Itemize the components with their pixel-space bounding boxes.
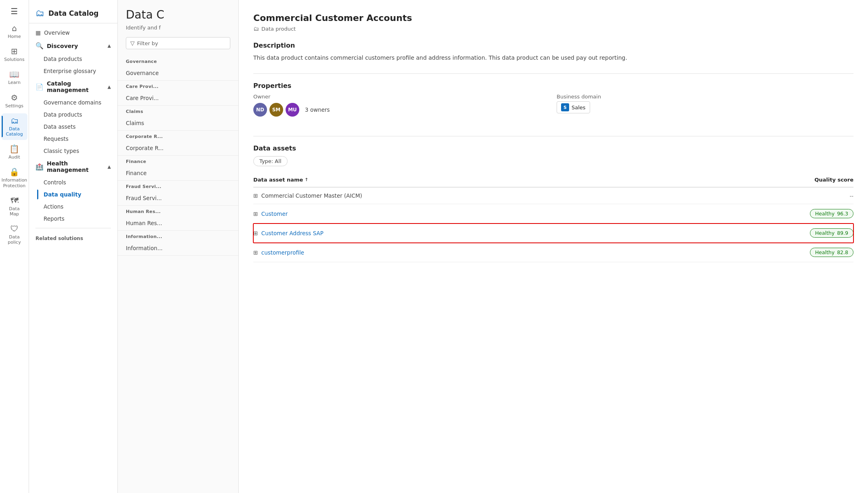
classic-types-label: Classic types — [44, 148, 79, 154]
list-item-care[interactable]: Care Provi... — [118, 91, 238, 106]
audit-icon: 📋 — [9, 145, 19, 153]
detail-title: Commercial Customer Accounts — [253, 13, 853, 23]
business-domain-label: Business domain — [557, 94, 853, 100]
asset-row-customer[interactable]: ⊞ Customer Healthy 96.3 — [253, 204, 853, 224]
discovery-sub: Data products Enterprise glossary — [29, 53, 117, 77]
filter-icon: ▽ — [130, 40, 135, 46]
nav-learn[interactable]: 📖 Learn — [2, 67, 27, 88]
asset-name-customer-address-sap[interactable]: ⊞ Customer Address SAP — [253, 230, 323, 236]
sidebar-item-enterprise-glossary[interactable]: Enterprise glossary — [37, 65, 117, 77]
type-filter[interactable]: Type: All — [253, 156, 288, 166]
business-domain-badge[interactable]: S Sales — [557, 101, 590, 113]
nav-data-map[interactable]: 🗺 Data Map — [2, 193, 27, 220]
nav-data-policy[interactable]: 🛡 Data policy — [2, 221, 27, 248]
catalog-mgmt-icon: 📄 — [35, 83, 44, 91]
sidebar-catalog-icon: 🗂 — [35, 8, 44, 18]
sidebar-item-data-products-cat[interactable]: Data products — [37, 109, 117, 121]
catalog-mgmt-label: Catalog management — [47, 80, 105, 93]
list-group-corporate: Corporate R... — [118, 131, 238, 141]
data-products-disc-label: Data products — [44, 56, 82, 62]
sidebar-item-reports[interactable]: Reports — [37, 213, 117, 225]
sidebar-item-requests[interactable]: Requests — [37, 133, 117, 145]
sidebar-item-actions[interactable]: Actions — [37, 201, 117, 213]
info-protection-icon: 🔒 — [9, 168, 19, 176]
learn-label: Learn — [8, 80, 21, 85]
list-item-human[interactable]: Human Res... — [118, 216, 238, 231]
quality-status-customerprofile: Healthy — [815, 249, 835, 255]
reports-label: Reports — [44, 215, 65, 222]
list-item-information[interactable]: Information... — [118, 241, 238, 256]
discovery-label: Discovery — [47, 43, 78, 49]
nav-home[interactable]: ⌂ Home — [2, 21, 27, 42]
asset-row-customerprofile[interactable]: ⊞ customerprofile Healthy 82.8 — [253, 243, 853, 262]
sidebar-group-discovery[interactable]: 🔍 Discovery ▲ — [29, 39, 117, 53]
home-icon: ⌂ — [12, 24, 17, 32]
quality-badge-customer-address-sap: Healthy 89.9 — [810, 228, 853, 238]
sort-icon[interactable]: ↑ — [305, 177, 308, 182]
avatar-sm: SM — [269, 103, 283, 117]
quality-status-customer: Healthy — [815, 211, 835, 217]
solutions-icon: ⊞ — [11, 47, 18, 55]
sidebar-title: Data Catalog — [48, 9, 98, 17]
asset-icon-commercial-master: ⊞ — [253, 192, 258, 199]
list-group-governance: Governance — [118, 56, 238, 66]
quality-score-customerprofile: 82.8 — [837, 249, 848, 255]
related-solutions-label: Related solutions — [29, 232, 117, 243]
sidebar-group-catalog-management[interactable]: 📄 Catalog management ▲ — [29, 77, 117, 96]
health-mgmt-label: Health management — [47, 160, 105, 173]
list-item-fraud[interactable]: Fraud Servi... — [118, 191, 238, 206]
list-item-governance[interactable]: Governance — [118, 66, 238, 81]
description-heading: Description — [253, 42, 853, 49]
sidebar-item-data-products-disc[interactable]: Data products — [37, 53, 117, 65]
properties-grid: Owner ND SM MU 3 owners Business domain … — [253, 94, 853, 128]
nav-settings[interactable]: ⚙ Settings — [2, 90, 27, 112]
list-group-information: Information... — [118, 231, 238, 241]
sidebar-item-data-assets[interactable]: Data assets — [37, 121, 117, 133]
health-mgmt-icon: 🏥 — [35, 163, 44, 171]
info-protection-label: Information Protection — [2, 178, 27, 188]
catalog-mgmt-chevron: ▲ — [108, 84, 111, 90]
data-map-label: Data Map — [4, 206, 25, 217]
icon-nav: ☰ ⌂ Home ⊞ Solutions 📖 Learn ⚙ Settings … — [0, 0, 29, 493]
overview-label: Overview — [44, 29, 70, 36]
list-item-claims[interactable]: Claims — [118, 116, 238, 131]
nav-information-protection[interactable]: 🔒 Information Protection — [2, 165, 27, 191]
quality-na-commercial-master: -- — [850, 193, 853, 199]
audit-label: Audit — [8, 155, 20, 160]
business-domain-section: Business domain S Sales — [557, 94, 853, 117]
controls-label: Controls — [44, 179, 66, 186]
home-label: Home — [8, 34, 21, 39]
nav-audit[interactable]: 📋 Audit — [2, 142, 27, 163]
asset-name-customer[interactable]: ⊞ Customer — [253, 211, 288, 217]
sidebar-item-overview[interactable]: ▦ Overview — [29, 27, 117, 39]
assets-table: Data asset name ↑ Quality score ⊞ Commer… — [253, 173, 853, 262]
sidebar-group-health-management[interactable]: 🏥 Health management ▲ — [29, 157, 117, 176]
filter-bar[interactable]: ▽ Filter by — [126, 37, 230, 49]
data-assets-heading: Data assets — [253, 144, 853, 152]
sidebar-item-controls[interactable]: Controls — [37, 176, 117, 188]
data-policy-label: Data policy — [4, 234, 25, 245]
list-group-claims: Claims — [118, 106, 238, 116]
list-item-finance[interactable]: Finance — [118, 166, 238, 181]
overview-icon: ▦ — [35, 29, 41, 36]
sidebar-item-governance-domains[interactable]: Governance domains — [37, 96, 117, 109]
actions-label: Actions — [44, 203, 63, 210]
discovery-chevron: ▲ — [108, 43, 111, 48]
hamburger-menu[interactable]: ☰ — [8, 3, 21, 19]
sidebar-item-classic-types[interactable]: Classic types — [37, 145, 117, 157]
asset-row-customer-address-sap[interactable]: ⊞ Customer Address SAP Healthy 89.9 — [253, 224, 853, 243]
col-quality: Quality score — [814, 177, 853, 183]
quality-badge-customer: Healthy 96.3 — [810, 209, 853, 218]
list-item-corporate[interactable]: Corporate R... — [118, 141, 238, 156]
nav-solutions[interactable]: ⊞ Solutions — [2, 44, 27, 65]
quality-score-customer: 96.3 — [837, 211, 848, 217]
quality-badge-customerprofile: Healthy 82.8 — [810, 248, 853, 257]
sidebar-item-data-quality[interactable]: Data quality — [37, 188, 117, 201]
asset-name-customerprofile[interactable]: ⊞ customerprofile — [253, 249, 304, 256]
asset-row-commercial-master[interactable]: ⊞ Commercial Customer Master (AICM) -- — [253, 188, 853, 204]
nav-data-catalog[interactable]: 🗂 Data Catalog — [2, 113, 27, 140]
sidebar: 🗂 Data Catalog ▦ Overview 🔍 Discovery ▲ … — [29, 0, 118, 493]
data-products-cat-label: Data products — [44, 111, 82, 118]
owner-section: Owner ND SM MU 3 owners — [253, 94, 550, 117]
col-asset-name: Data asset name ↑ — [253, 177, 309, 183]
